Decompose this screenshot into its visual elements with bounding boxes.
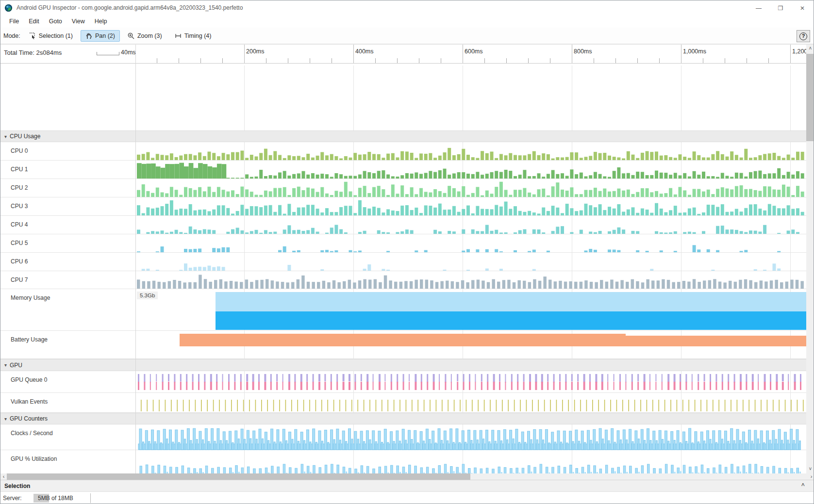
track-label: GPU % Utilization bbox=[11, 455, 57, 462]
scroll-up-icon[interactable]: ˄ bbox=[806, 45, 814, 53]
ruler-minor-tick bbox=[200, 58, 201, 63]
scale-bracket bbox=[97, 52, 119, 55]
track-chart-vulkan-events[interactable] bbox=[135, 393, 806, 413]
app-logo-icon bbox=[5, 4, 12, 12]
ruler-tick-label: 400ms bbox=[355, 48, 374, 55]
timing-icon bbox=[175, 33, 182, 39]
track-chart-cpu-1[interactable] bbox=[135, 161, 806, 179]
ruler-minor-tick bbox=[506, 58, 507, 63]
scale-label: 40ms bbox=[121, 49, 136, 56]
track-row-vulkan-events[interactable]: Vulkan Events bbox=[0, 393, 806, 413]
window-title: Android GPU Inspector - com.google.andro… bbox=[17, 4, 243, 11]
menu-edit[interactable]: Edit bbox=[24, 16, 44, 26]
track-row-memory-usage[interactable]: Memory Usage5.3Gb bbox=[0, 289, 806, 331]
total-time-label: Total Time: 2s084ms bbox=[4, 49, 62, 56]
track-row-battery-usage[interactable]: Battery Usage bbox=[0, 331, 806, 359]
track-label: CPU 7 bbox=[11, 276, 28, 283]
ruler-minor-tick bbox=[375, 58, 376, 63]
ruler-minor-tick bbox=[397, 58, 398, 63]
track-chart-clocks-second[interactable] bbox=[135, 424, 806, 450]
track-label: GPU Queue 0 bbox=[11, 376, 47, 383]
track-chart-cpu-6[interactable] bbox=[135, 253, 806, 271]
timeline-ruler[interactable]: Total Time: 2s084ms 40ms 200ms400ms600ms… bbox=[0, 45, 806, 64]
tool-selection-1[interactable]: Selection (1) bbox=[24, 30, 78, 42]
section-label: CPU Usage bbox=[10, 133, 40, 140]
track-chart-cpu-7[interactable] bbox=[135, 271, 806, 289]
track-row-cpu-6[interactable]: CPU 6 bbox=[0, 253, 806, 271]
horizontal-scrollbar[interactable]: ‹ › bbox=[0, 473, 814, 480]
collapse-arrow-icon[interactable]: ▾ bbox=[4, 134, 7, 139]
ruler-tick-label: 600ms bbox=[465, 48, 483, 55]
track-chart-memory-usage[interactable] bbox=[135, 289, 806, 331]
vertical-scroll-thumb[interactable] bbox=[806, 54, 814, 141]
track-row-cpu-7[interactable]: CPU 7 bbox=[0, 271, 806, 289]
track-chart-cpu-2[interactable] bbox=[135, 179, 806, 197]
track-row-cpu-4[interactable]: CPU 4 bbox=[0, 216, 806, 234]
selection-icon bbox=[29, 33, 36, 39]
scroll-right-icon[interactable]: › bbox=[808, 473, 814, 480]
toolbar: Mode: Selection (1)Pan (2)Zoom (3)Timing… bbox=[0, 28, 814, 45]
track-label: CPU 0 bbox=[11, 147, 28, 154]
ruler-minor-tick bbox=[419, 58, 419, 63]
collapse-arrow-icon[interactable]: ▾ bbox=[4, 416, 7, 422]
track-label: Clocks / Second bbox=[11, 430, 53, 437]
track-chart-cpu-3[interactable] bbox=[135, 197, 806, 216]
close-icon[interactable]: ✕ bbox=[795, 3, 810, 13]
scroll-left-icon[interactable]: ‹ bbox=[0, 473, 7, 480]
track-chart-cpu-0[interactable] bbox=[135, 142, 806, 161]
track-chart-cpu-4[interactable] bbox=[135, 216, 806, 234]
tracks-area[interactable]: ▾CPU UsageCPU 0CPU 1CPU 2CPU 3CPU 4CPU 5… bbox=[0, 65, 806, 473]
ruler-minor-tick bbox=[157, 58, 157, 63]
menu-help[interactable]: Help bbox=[90, 16, 112, 26]
section-label: GPU bbox=[10, 362, 22, 369]
menu-view[interactable]: View bbox=[67, 16, 90, 26]
ruler-minor-tick bbox=[441, 58, 441, 63]
track-chart-gpu-utilization[interactable] bbox=[135, 450, 806, 473]
collapse-arrow-icon[interactable]: ▾ bbox=[4, 362, 7, 368]
chevron-up-icon[interactable]: ˄ bbox=[801, 481, 805, 488]
vertical-scrollbar[interactable]: ˄ ˅ bbox=[806, 45, 814, 473]
track-chart-gpu-queue-0[interactable] bbox=[135, 371, 806, 393]
track-row-clocks-second[interactable]: Clocks / Second bbox=[0, 424, 806, 450]
ruler-minor-tick bbox=[725, 58, 725, 63]
selection-panel-header[interactable]: Selection ˄ bbox=[0, 480, 814, 491]
scroll-down-icon[interactable]: ˅ bbox=[806, 465, 814, 473]
track-row-gpu-queue-0[interactable]: GPU Queue 0 bbox=[0, 371, 806, 393]
label-column-divider bbox=[135, 45, 136, 473]
menu-file[interactable]: File bbox=[4, 16, 24, 26]
tool-pan-2[interactable]: Pan (2) bbox=[81, 30, 120, 42]
horizontal-scroll-thumb[interactable] bbox=[7, 473, 470, 480]
track-row-cpu-1[interactable]: CPU 1 bbox=[0, 161, 806, 179]
server-memory-usage: 5MB of 18MB bbox=[33, 494, 89, 503]
ruler-minor-tick bbox=[266, 58, 266, 63]
ruler-minor-tick bbox=[528, 58, 529, 63]
memory-value-label: 5.3Gb bbox=[137, 292, 158, 299]
track-row-cpu-2[interactable]: CPU 2 bbox=[0, 179, 806, 197]
ruler-major-tick bbox=[790, 45, 791, 64]
track-label: Memory Usage bbox=[11, 294, 50, 301]
track-row-cpu-3[interactable]: CPU 3 bbox=[0, 197, 806, 216]
ruler-minor-tick bbox=[703, 58, 703, 63]
track-chart-battery-usage[interactable] bbox=[135, 331, 806, 359]
section-header-gpu[interactable]: ▾GPU bbox=[0, 359, 806, 371]
track-label: Battery Usage bbox=[11, 336, 48, 343]
ruler-minor-tick bbox=[222, 58, 223, 63]
menu-bar: FileEditGotoViewHelp bbox=[0, 15, 814, 28]
section-header-gpu-counters[interactable]: ▾GPU Counters bbox=[0, 413, 806, 424]
ruler-minor-tick bbox=[659, 58, 660, 63]
ruler-minor-tick bbox=[594, 58, 594, 63]
tool-zoom-3[interactable]: Zoom (3) bbox=[123, 30, 167, 42]
track-row-gpu-utilization[interactable]: GPU % Utilization bbox=[0, 450, 806, 473]
tool-label: Selection (1) bbox=[39, 33, 73, 39]
menu-goto[interactable]: Goto bbox=[44, 16, 67, 26]
help-button[interactable]: ? bbox=[797, 30, 810, 42]
tool-timing-4[interactable]: Timing (4) bbox=[170, 30, 216, 42]
ruler-minor-tick bbox=[637, 58, 638, 63]
track-row-cpu-0[interactable]: CPU 0 bbox=[0, 142, 806, 161]
minimize-icon[interactable]: — bbox=[751, 3, 766, 13]
section-header-cpu-usage[interactable]: ▾CPU Usage bbox=[0, 130, 806, 142]
maximize-icon[interactable]: ❐ bbox=[773, 3, 788, 13]
track-row-cpu-5[interactable]: CPU 5 bbox=[0, 234, 806, 253]
pan-icon bbox=[85, 33, 92, 39]
track-chart-cpu-5[interactable] bbox=[135, 234, 806, 253]
